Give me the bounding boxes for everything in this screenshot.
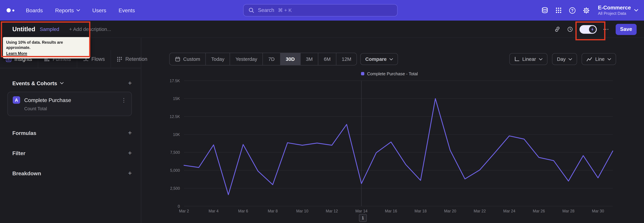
chevron-down-icon (568, 58, 572, 60)
chevron-down-icon (60, 82, 64, 84)
date-range-label: 3M (306, 56, 313, 62)
report-title[interactable]: Untitled (12, 26, 35, 33)
date-range-6m[interactable]: 6M (318, 53, 336, 65)
scale-dropdown[interactable]: Linear (509, 53, 548, 65)
date-range-yesterday[interactable]: Yesterday (230, 53, 263, 65)
svg-text:15K: 15K (173, 96, 180, 101)
link-icon[interactable] (554, 26, 560, 32)
compare-label: Compare (365, 56, 386, 62)
chart-panel: Custom Today Yesterday 7D 30D 3M 6M 12M … (141, 38, 644, 223)
date-range-label: Yesterday (236, 56, 257, 62)
report-sidebar: Insights Funnels Flows Retention (0, 38, 141, 223)
date-range-today[interactable]: Today (206, 53, 230, 65)
event-metric[interactable]: Count Total (24, 106, 126, 111)
add-description-field[interactable]: + Add description... (69, 26, 111, 32)
formulas-label[interactable]: Formulas (12, 130, 36, 136)
nav-item-users[interactable]: Users (92, 7, 106, 14)
linear-axis-icon (514, 56, 520, 62)
breakdown-label[interactable]: Breakdown (12, 170, 41, 176)
tooltip-text: Using 10% of data. Results are approxima… (6, 40, 63, 50)
chevron-down-icon (539, 58, 542, 60)
primary-nav: Boards Reports Users Events (26, 7, 135, 14)
sampling-toggle[interactable] (580, 25, 597, 33)
events-cohorts-title[interactable]: Events & Cohorts (12, 80, 64, 86)
filter-label[interactable]: Filter (12, 150, 25, 156)
project-name: E-Commerce (598, 5, 631, 11)
sampled-badge[interactable]: Sampled (40, 26, 59, 32)
search-input[interactable]: Search ⌘ + K (243, 4, 398, 16)
date-range-3m[interactable]: 3M (300, 53, 318, 65)
svg-text:Mar 26: Mar 26 (533, 209, 545, 213)
svg-text:Mar 22: Mar 22 (474, 209, 486, 213)
nav-item-events[interactable]: Events (118, 7, 135, 14)
nav-item-label: Events (118, 7, 135, 14)
chevron-down-icon (390, 58, 393, 60)
add-filter-button[interactable]: + (128, 150, 132, 156)
nav-item-reports[interactable]: Reports (55, 7, 80, 14)
svg-text:Mar 24: Mar 24 (503, 209, 515, 213)
formulas-section: Formulas + (12, 130, 132, 136)
svg-text:Mar 20: Mar 20 (444, 209, 456, 213)
chart-display-controls: Linear Day Line (509, 53, 616, 65)
date-range-label: 6M (324, 56, 331, 62)
date-range-30d[interactable]: 30D (280, 53, 300, 65)
calendar-icon (175, 56, 180, 62)
data-connections-icon[interactable] (541, 7, 548, 14)
svg-text:7,500: 7,500 (170, 150, 180, 155)
svg-text:Mar 18: Mar 18 (414, 209, 427, 213)
add-event-button[interactable]: + (128, 80, 132, 86)
date-range-label: 30D (286, 56, 295, 62)
top-navbar: Boards Reports Users Events Search ⌘ + K… (0, 0, 644, 21)
legend-label: Complete Purchase - Total (367, 71, 418, 76)
apps-grid-icon[interactable] (555, 7, 562, 14)
project-subtitle: All Project Data (598, 11, 631, 16)
logo-dot-icon (12, 9, 14, 11)
project-switcher[interactable]: E-Commerce All Project Data (598, 5, 638, 16)
svg-text:Mar 14: Mar 14 (355, 209, 368, 213)
search-shortcut: ⌘ + K (278, 8, 292, 13)
nav-item-label: Boards (26, 7, 43, 14)
pagination-page-1[interactable]: 1 (359, 214, 367, 222)
more-menu-icon[interactable]: ⋯ (603, 26, 610, 33)
nav-right-cluster: ? E-Commerce All Project Data (541, 0, 638, 21)
app-window: Boards Reports Users Events Search ⌘ + K… (0, 0, 644, 223)
svg-text:2,500: 2,500 (170, 186, 180, 191)
chart-type-dropdown[interactable]: Line (582, 53, 616, 65)
date-range-7d[interactable]: 7D (263, 53, 280, 65)
report-header: Untitled Sampled + Add description... (0, 21, 644, 38)
chart-legend: Complete Purchase - Total (163, 71, 616, 76)
date-range-12m[interactable]: 12M (336, 53, 356, 65)
interval-dropdown[interactable]: Day (552, 53, 577, 65)
toggle-knob (589, 26, 596, 33)
svg-text:Mar 28: Mar 28 (562, 209, 574, 213)
nav-item-boards[interactable]: Boards (26, 7, 43, 14)
svg-text:12.5K: 12.5K (170, 115, 180, 119)
learn-more-link[interactable]: Learn More (6, 51, 27, 55)
settings-gear-icon[interactable] (583, 7, 590, 14)
save-button[interactable]: Save (616, 24, 636, 35)
add-breakdown-button[interactable]: + (128, 170, 132, 176)
svg-text:Mar 12: Mar 12 (326, 209, 338, 213)
nav-item-label: Users (92, 7, 106, 14)
compare-button[interactable]: Compare (360, 53, 398, 65)
scale-label: Linear (522, 56, 536, 62)
help-icon[interactable]: ? (569, 7, 576, 14)
chart-controls: Custom Today Yesterday 7D 30D 3M 6M 12M … (169, 53, 616, 65)
date-range-label: 12M (342, 56, 351, 62)
event-name[interactable]: Complete Purchase (24, 97, 71, 103)
line-chart[interactable]: 02,5005,0007,50010K12.5K15K17.5KMar 2Mar… (163, 77, 616, 220)
event-card[interactable]: A Complete Purchase ⋮ Count Total (8, 92, 132, 116)
logo-dot-icon (6, 8, 10, 12)
search-placeholder: Search (258, 8, 274, 13)
history-icon[interactable] (567, 26, 573, 32)
svg-text:Mar 10: Mar 10 (296, 209, 308, 213)
date-range-custom[interactable]: Custom (170, 53, 206, 65)
mixpanel-logo[interactable] (6, 8, 14, 12)
retention-icon (117, 56, 122, 62)
section-title-label: Events & Cohorts (12, 80, 57, 86)
event-kebab-menu-icon[interactable]: ⋮ (121, 97, 126, 103)
chevron-down-icon (76, 9, 80, 12)
report-header-actions: ⋯ Save (554, 21, 636, 38)
add-formula-button[interactable]: + (128, 130, 132, 136)
svg-text:Mar 8: Mar 8 (268, 209, 278, 213)
